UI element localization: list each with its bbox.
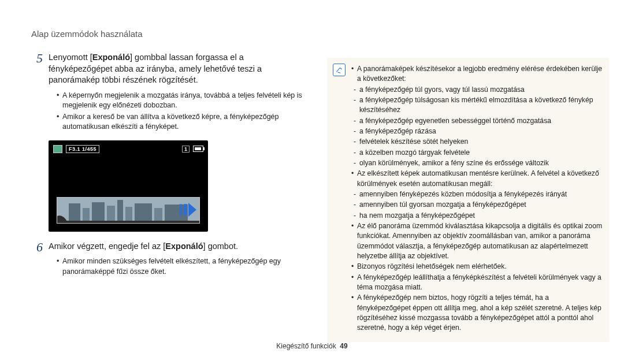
note-d5: felvételek készítése sötét helyeken (354, 137, 603, 147)
note-box: A panorámaképek készítésekor a legjobb e… (327, 58, 609, 342)
svg-rect-5 (117, 200, 123, 222)
svg-rect-3 (92, 202, 105, 222)
note-d6: a közelben mozgó tárgyak felvétele (354, 148, 603, 158)
note-icon (333, 64, 346, 76)
cityscape-illustration (57, 198, 200, 223)
panorama-preview-strip (57, 197, 200, 224)
page-footer: Kiegészítő funkciók 49 (0, 342, 624, 350)
note-top: A panorámaképek készítésekor a legjobb e… (351, 64, 603, 84)
note-f1: Az élő panoráma üzemmód kiválasztása kik… (351, 221, 603, 261)
left-column: 5 Lenyomott [Exponáló] gombbal lassan fo… (31, 52, 309, 285)
step-number-5: 5 (31, 51, 43, 66)
step5-bullet-1: A képernyőn megjelenik a mozgatás iránya… (57, 91, 309, 111)
step-5: 5 Lenyomott [Exponáló] gombbal lassan fo… (31, 52, 309, 132)
note-d7: olyan körülmények, amikor a fény színe é… (354, 158, 603, 168)
step-number-6: 6 (31, 240, 43, 255)
step6-pre: Amikor végzett, engedje fel az [ (49, 242, 165, 251)
step6-bullet-1: Amikor minden szükséges felvételt elkész… (57, 257, 309, 277)
note-d1: a fényképezőgép túl gyors, vagy túl lass… (354, 85, 603, 95)
svg-rect-10 (57, 221, 200, 223)
step-5-text: Lenyomott [Exponáló] gombbal lassan forg… (49, 52, 309, 86)
note-f2: Bizonyos rögzítési lehetőségek nem elérh… (351, 262, 603, 272)
note-d4: a fényképezőgép rázása (354, 127, 603, 136)
step6-post: ] gombot. (203, 242, 238, 251)
pan-direction-arrow-icon (179, 203, 196, 217)
note-e1: amennyiben fényképezés közben módosítja … (354, 190, 603, 199)
note-f3: A fényképezőgép leállíthatja a fényképké… (351, 273, 603, 293)
step5-bullet-2: Amikor a kereső be van állítva a követke… (57, 112, 309, 132)
step5-bold: Exponáló (92, 53, 130, 62)
step-6-bullets: Amikor minden szükséges felvételt elkész… (49, 257, 309, 277)
footer-section: Kiegészítő funkciók (276, 342, 336, 350)
camera-frame-count: 1 (182, 146, 190, 153)
battery-icon (193, 146, 203, 152)
note-d3: a fényképezőgép egyenetlen sebességgel t… (354, 116, 603, 126)
note-d2: a fényképezőgép túlságosan kis mértékű e… (354, 95, 603, 116)
svg-rect-2 (83, 208, 90, 222)
step-5-bullets: A képernyőn megjelenik a mozgatás iránya… (49, 91, 309, 132)
step5-pre: Lenyomott [ (49, 53, 92, 62)
note-e2: amennyiben túl gyorsan mozgatja a fényké… (354, 200, 603, 210)
thumbnail-icon (53, 145, 62, 153)
camera-screen-illustration: F3.1 1/455 1 (49, 140, 208, 232)
step-6-text: Amikor végzett, engedje fel az [Exponáló… (49, 241, 309, 252)
note-top2: Az elkészített képek automatikusan menté… (351, 169, 603, 189)
step-6: 6 Amikor végzett, engedje fel az [Exponá… (31, 241, 309, 277)
svg-rect-1 (69, 203, 80, 221)
svg-rect-4 (107, 206, 115, 222)
note-f4: A fényképezőgép nem biztos, hogy rögzíti… (351, 293, 603, 333)
step6-bold: Exponáló (165, 242, 203, 251)
svg-rect-7 (135, 203, 152, 222)
svg-rect-6 (125, 207, 132, 222)
page-header: Alap üzemmódok használata (31, 29, 143, 39)
footer-page-number: 49 (340, 342, 347, 350)
camera-exposure-readout: F3.1 1/455 (66, 145, 99, 153)
note-e3: ha nem mozgatja a fényképezőgépet (354, 211, 603, 221)
svg-rect-8 (154, 208, 162, 222)
